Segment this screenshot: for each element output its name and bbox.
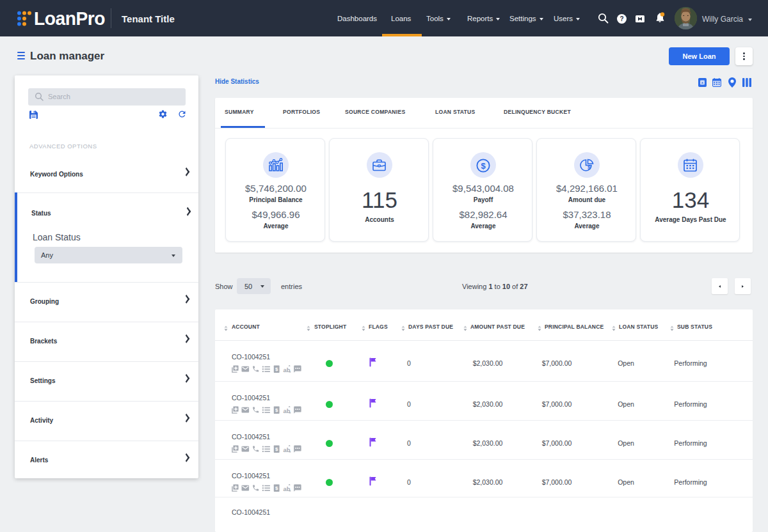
svg-text:$: $ [588, 164, 591, 171]
svg-text:$: $ [481, 161, 486, 171]
svg-text:?: ? [620, 15, 623, 22]
